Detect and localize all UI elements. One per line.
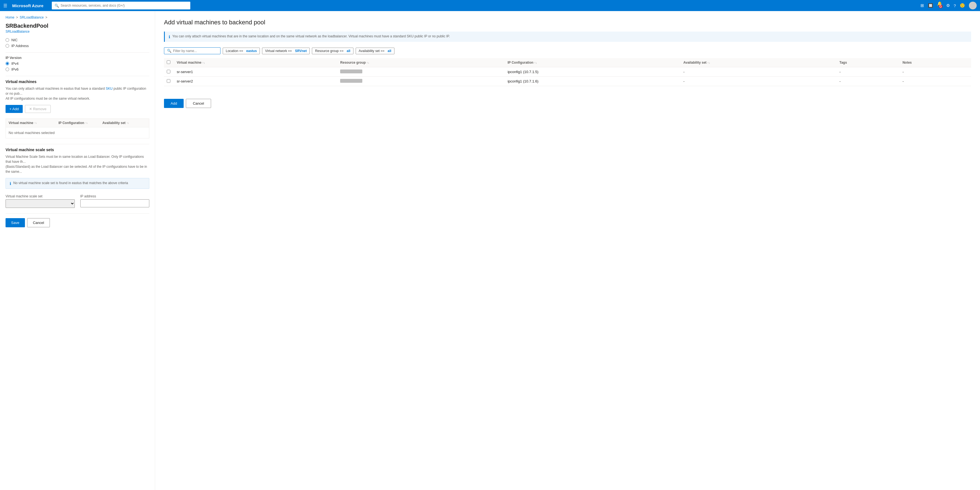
right-panel-title: Add virtual machines to backend pool: [164, 19, 971, 26]
filter-location[interactable]: Location == eastus: [223, 48, 260, 54]
save-button[interactable]: Save: [6, 218, 25, 227]
filter-search-input[interactable]: [173, 49, 218, 53]
vmss-scale-set-group: Virtual machine scale set: [6, 194, 75, 208]
vm-table-container: Virtual machine ↑↓ IP Configuration ↑↓ A…: [6, 119, 149, 138]
th-resource-group[interactable]: Resource group ↑↓: [337, 58, 505, 67]
search-input[interactable]: [60, 3, 188, 8]
th-vm-name[interactable]: Virtual machine ↑↓: [174, 58, 337, 67]
bottom-actions: Save Cancel: [6, 213, 149, 227]
radio-ipv4-input[interactable]: [6, 62, 9, 65]
filter-search-box[interactable]: 🔍: [164, 48, 221, 54]
top-nav: ☰ Microsoft Azure 🔍 ⊞ 🔲 🔔 6 ⚙ ? 🙂: [0, 0, 980, 11]
vmss-scale-set-select[interactable]: [6, 199, 75, 208]
vmss-scale-set-label: Virtual machine scale set: [6, 194, 75, 198]
row-availability-set: -: [681, 67, 837, 77]
ip-type-radio-group: NIC IP Address: [6, 38, 149, 48]
cloud-shell-icon[interactable]: 🔲: [928, 3, 933, 8]
radio-ip-address-input[interactable]: [6, 44, 9, 48]
th-tags: Tags: [837, 58, 900, 67]
sort-ip-icon: ↑↓: [85, 122, 88, 124]
vm-selection-table: Virtual machine ↑↓ Resource group ↑↓ IP …: [164, 58, 971, 86]
right-panel: Add virtual machines to backend pool ℹ Y…: [155, 11, 980, 490]
radio-nic[interactable]: NIC: [6, 38, 149, 42]
filter-resource-group[interactable]: Resource group == all: [312, 48, 353, 54]
help-icon[interactable]: ?: [954, 3, 956, 8]
hamburger-icon[interactable]: ☰: [3, 3, 7, 8]
th-select-all[interactable]: [164, 58, 174, 67]
row-notes: -: [900, 77, 971, 86]
vmss-info-box: ℹ No virtual machine scale set is found …: [6, 178, 149, 189]
vm-section-title: Virtual machines: [6, 79, 149, 84]
panel-subtitle: SRLoadBalance: [6, 30, 149, 33]
th-ip-config-right[interactable]: IP Configuration ↑↓: [505, 58, 681, 67]
th-notes: Notes: [900, 58, 971, 67]
table-row: sr-server2 ipconfig1 (10.7.1.6) - - -: [164, 77, 971, 86]
filter-search-icon: 🔍: [167, 49, 172, 53]
global-search-bar[interactable]: 🔍: [52, 2, 190, 10]
row-resource-group: [337, 67, 505, 77]
cancel-button[interactable]: Cancel: [27, 218, 50, 227]
radio-ipv6[interactable]: IPv6: [6, 67, 149, 71]
sort-ipc-icon: ↑↓: [534, 61, 537, 64]
row-vm-name: sr-server2: [174, 77, 337, 86]
vmss-section-desc: Virtual Machine Scale Sets must be in sa…: [6, 154, 149, 174]
sort-vm-right-icon: ↑↓: [202, 61, 205, 64]
add-vm-button[interactable]: + Add: [6, 105, 23, 113]
left-panel: Home > SRLoadBalance > SRBackendPool SRL…: [0, 11, 155, 490]
vmss-ip-input[interactable]: [80, 199, 150, 207]
vm-btn-group: + Add ✕ Remove: [6, 105, 149, 113]
sort-vm-icon: ↑↓: [34, 122, 37, 124]
right-info-icon: ℹ: [169, 35, 170, 39]
breadcrumb-parent[interactable]: SRLoadBalance: [20, 16, 44, 19]
row-ip-config: ipconfig1 (10.7.1.5): [505, 67, 681, 77]
vm-table-header-row: Virtual machine ↑↓ Resource group ↑↓ IP …: [164, 58, 971, 67]
sort-avail-icon: ↑↓: [127, 122, 129, 124]
right-info-banner: ℹ You can only attach virtual machines t…: [164, 32, 971, 42]
th-avail-set-right[interactable]: Availability set ↑↓: [681, 58, 837, 67]
vm-table-empty: No virtual machines selected: [6, 127, 149, 138]
radio-ipv6-input[interactable]: [6, 68, 9, 71]
feedback-icon[interactable]: 🙂: [960, 3, 965, 8]
row-checkbox-1[interactable]: [167, 79, 170, 83]
radio-ipv4[interactable]: IPv4: [6, 62, 149, 66]
vmss-form-row: Virtual machine scale set IP address: [6, 194, 149, 208]
row-availability-set: -: [681, 77, 837, 86]
notification-badge: 6: [939, 5, 943, 8]
panel-title: SRBackendPool: [6, 23, 149, 29]
filter-availability-set[interactable]: Availability set == all: [356, 48, 395, 54]
th-ip-config[interactable]: IP Configuration ↑↓: [59, 121, 102, 125]
resource-group-bar: [340, 79, 362, 83]
breadcrumb: Home > SRLoadBalance >: [6, 16, 149, 19]
breadcrumb-home[interactable]: Home: [6, 16, 14, 19]
vmss-info-text: No virtual machine scale set is found in…: [13, 181, 128, 185]
ip-version-radio-group: IPv4 IPv6: [6, 62, 149, 71]
select-all-checkbox[interactable]: [167, 60, 170, 64]
row-checkbox-cell[interactable]: [164, 77, 174, 86]
nav-icons: ⊞ 🔲 🔔 6 ⚙ ? 🙂: [920, 1, 977, 10]
row-checkbox-cell[interactable]: [164, 67, 174, 77]
sku-link[interactable]: SKU: [106, 87, 113, 90]
radio-ip-address-label: IP Address: [11, 44, 29, 48]
th-virtual-machine[interactable]: Virtual machine ↑↓: [9, 121, 59, 125]
radio-nic-input[interactable]: [6, 38, 9, 42]
remove-vm-button[interactable]: ✕ Remove: [25, 105, 51, 113]
settings-icon[interactable]: ⚙: [946, 3, 950, 8]
row-vm-name: sr-server1: [174, 67, 337, 77]
right-bottom-actions: Add Cancel: [164, 94, 971, 108]
sort-rg-icon: ↑↓: [366, 61, 369, 64]
right-info-text: You can only attach virtual machines tha…: [172, 34, 450, 38]
add-main-button[interactable]: Add: [164, 99, 184, 108]
radio-ipv4-label: IPv4: [11, 62, 19, 66]
th-avail-set[interactable]: Availability set ↑↓: [102, 121, 146, 125]
row-tags: -: [837, 67, 900, 77]
filter-vnet[interactable]: Virtual network == SRVnet: [262, 48, 310, 54]
portal-icon[interactable]: ⊞: [920, 3, 924, 8]
cancel-main-button[interactable]: Cancel: [186, 99, 211, 108]
radio-ip-address[interactable]: IP Address: [6, 44, 149, 48]
row-checkbox-0[interactable]: [167, 70, 170, 73]
radio-ipv6-label: IPv6: [11, 67, 19, 71]
avatar[interactable]: [969, 2, 977, 10]
notification-icon[interactable]: 🔔 6: [937, 1, 942, 10]
brand-logo: Microsoft Azure: [12, 3, 43, 8]
row-ip-config: ipconfig1 (10.7.1.6): [505, 77, 681, 86]
